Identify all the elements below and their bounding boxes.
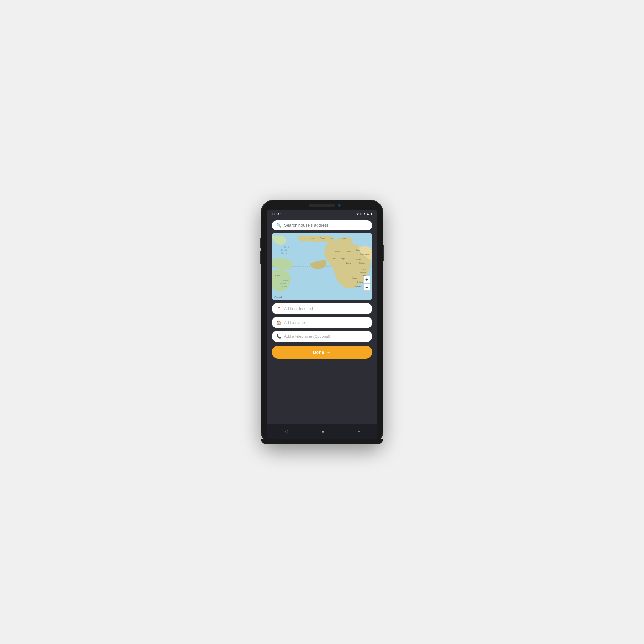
svg-text:Atlantic: Atlantic: [280, 249, 288, 251]
svg-text:Niger: Niger: [341, 258, 345, 260]
svg-text:Spain: Spain: [309, 238, 314, 240]
done-button[interactable]: Done →: [272, 346, 372, 359]
svg-text:Atlantic: Atlantic: [280, 282, 287, 285]
camera: [338, 204, 341, 207]
nav-bar: ◁ ● ▪: [267, 424, 377, 439]
search-icon: 🔍: [276, 223, 281, 228]
map-svg: Algeria Libya Egypt Saudi Arabia Mali Ni…: [272, 233, 372, 300]
zoom-out-button[interactable]: −: [363, 284, 370, 291]
svg-text:Kenya: Kenya: [362, 268, 366, 270]
phone-device: 11:00 ⚙ ◎ ▾ ▲ ▮ 🔍: [261, 200, 383, 444]
svg-text:Algeria: Algeria: [335, 250, 340, 252]
svg-text:France: France: [320, 237, 325, 239]
svg-text:Turkey: Turkey: [341, 238, 346, 240]
google-logo: Google: [274, 296, 283, 298]
svg-text:South: South: [283, 279, 289, 282]
svg-text:Mada-: Mada-: [363, 274, 367, 276]
svg-text:Ocean: Ocean: [281, 252, 287, 254]
volume-up-button[interactable]: [260, 238, 261, 248]
svg-text:Sudan: Sudan: [356, 258, 361, 260]
svg-text:Ethiopia: Ethiopia: [359, 262, 365, 264]
recent-button[interactable]: ▪: [358, 429, 360, 434]
phone-placeholder: Add a telephone (Optional): [284, 334, 330, 339]
home-icon: 🏠: [276, 320, 281, 325]
address-placeholder: Address inserted: [284, 307, 313, 311]
nfc-icon: ◎: [360, 213, 362, 215]
back-button[interactable]: ◁: [284, 429, 288, 434]
volume-down-button[interactable]: [260, 251, 261, 264]
status-time: 11:00: [272, 212, 281, 216]
status-icons: ⚙ ◎ ▾ ▲ ▮: [356, 212, 372, 215]
svg-text:Mali: Mali: [333, 258, 336, 260]
svg-text:Saudi Arabia: Saudi Arabia: [360, 253, 369, 255]
main-content: 🔍: [267, 217, 377, 424]
status-bar: 11:00 ⚙ ◎ ▾ ▲ ▮: [267, 210, 377, 217]
name-field[interactable]: 🏠 Add a name: [272, 317, 372, 328]
name-placeholder: Add a name: [284, 320, 305, 325]
home-button[interactable]: ●: [322, 429, 324, 434]
search-bar[interactable]: 🔍: [272, 220, 372, 230]
svg-text:North: North: [284, 246, 289, 248]
phone-icon: 📞: [276, 334, 281, 339]
phone-bottom: [261, 439, 383, 444]
address-field[interactable]: 📍 Address inserted: [272, 303, 372, 314]
wifi-icon: ▾: [364, 212, 365, 215]
search-input[interactable]: [284, 223, 368, 228]
power-button[interactable]: [383, 245, 384, 261]
battery-icon: ▮: [371, 212, 372, 215]
signal-icon: ▲: [366, 212, 369, 215]
svg-text:Libya: Libya: [347, 250, 351, 252]
done-label: Done: [313, 350, 324, 355]
svg-text:South Africa: South Africa: [354, 286, 362, 288]
map-container[interactable]: Algeria Libya Egypt Saudi Arabia Mali Ni…: [272, 233, 372, 300]
phone-screen: 11:00 ⚙ ◎ ▾ ▲ ▮ 🔍: [267, 210, 377, 439]
svg-text:Brazil: Brazil: [275, 275, 280, 277]
svg-text:Italy: Italy: [330, 238, 333, 240]
phone-field[interactable]: 📞 Add a telephone (Optional): [272, 331, 372, 342]
settings-icon: ⚙: [356, 213, 359, 215]
map-zoom-controls: + −: [363, 276, 370, 291]
svg-text:Angola: Angola: [352, 277, 357, 279]
zoom-in-button[interactable]: +: [363, 276, 370, 283]
speaker: [309, 204, 335, 207]
done-arrow-icon: →: [327, 350, 331, 355]
svg-text:Egypt: Egypt: [356, 249, 360, 251]
svg-text:Ocean: Ocean: [281, 285, 287, 288]
svg-text:Nigeria: Nigeria: [346, 262, 351, 264]
svg-text:Tanzania: Tanzania: [360, 272, 366, 274]
location-icon: 📍: [276, 306, 281, 311]
